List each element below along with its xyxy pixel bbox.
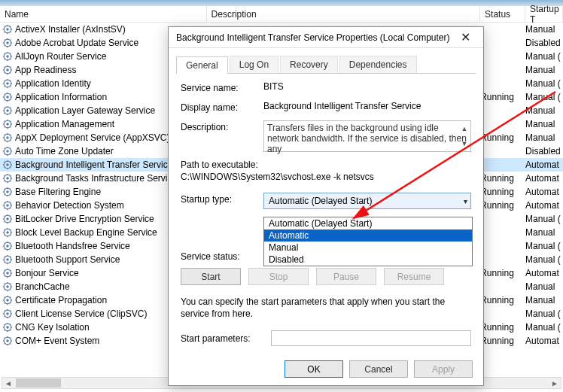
start-params-input[interactable] [271, 330, 471, 346]
header-name[interactable]: Name [0, 6, 207, 22]
header-startup[interactable]: Startup T [525, 6, 563, 22]
gear-icon [2, 105, 13, 117]
svg-point-101 [6, 163, 9, 166]
properties-dialog: Background Intelligent Transfer Service … [168, 26, 484, 386]
gear-icon [2, 92, 13, 103]
header-description[interactable]: Description [207, 6, 480, 22]
svg-point-11 [6, 41, 9, 44]
apply-button: Apply [414, 360, 473, 378]
gear-icon [2, 336, 13, 347]
startup-option[interactable]: Disabled [264, 254, 472, 266]
gear-icon [2, 24, 13, 35]
service-status: Running [480, 336, 525, 346]
tab-recovery[interactable]: Recovery [280, 56, 338, 73]
header-status[interactable]: Status [480, 6, 525, 22]
path-value: C:\WINDOWS\System32\svchost.exe -k netsv… [181, 172, 471, 182]
startup-type-select[interactable]: Automatic (Delayed Start) ▾ [263, 193, 471, 209]
gear-icon [2, 254, 13, 266]
svg-point-231 [6, 339, 9, 342]
gear-icon [2, 322, 13, 333]
gear-icon [2, 38, 13, 49]
svg-point-1 [6, 28, 9, 31]
gear-icon [2, 187, 13, 198]
cancel-button[interactable]: Cancel [349, 360, 408, 378]
start-button[interactable]: Start [181, 268, 241, 285]
svg-point-171 [6, 258, 9, 261]
startup-option[interactable]: Automatic (Delayed Start) [264, 217, 472, 229]
gear-icon [2, 281, 13, 293]
service-startup-type: Automat [525, 200, 563, 211]
service-startup-type: Manual ( [525, 214, 563, 224]
service-status-label: Service status: [181, 251, 263, 262]
gear-icon [2, 295, 13, 306]
service-startup-type: Manual ( [525, 78, 563, 89]
startup-type-label: Startup type: [181, 193, 263, 205]
tab-dependencies[interactable]: Dependencies [339, 56, 417, 73]
gear-icon [2, 227, 13, 239]
service-status: Running [480, 132, 525, 143]
service-status: Running [480, 187, 525, 197]
start-params-label: Start parameters: [181, 333, 271, 344]
service-status: Running [480, 268, 525, 278]
start-params-note: You can specify the start parameters tha… [181, 296, 471, 320]
svg-point-181 [6, 272, 9, 275]
gear-icon [2, 132, 13, 144]
service-status: Running [480, 92, 525, 102]
service-startup-type: Automat [525, 336, 563, 346]
service-startup-type: Manual [525, 119, 563, 129]
description-label: Description: [181, 120, 263, 132]
pause-button: Pause [316, 268, 376, 285]
gear-icon [2, 51, 13, 62]
service-startup-type: Automat [525, 173, 563, 184]
svg-point-221 [6, 326, 9, 329]
tab-log-on[interactable]: Log On [230, 56, 278, 73]
gear-icon [2, 268, 13, 279]
service-name-label: Service name: [181, 81, 263, 93]
service-startup-type: Disabled [525, 38, 563, 48]
chevron-down-icon: ▾ [464, 197, 467, 205]
close-icon[interactable]: ✕ [450, 30, 480, 44]
stop-button: Stop [248, 268, 309, 285]
resume-button: Resume [384, 268, 444, 285]
svg-point-71 [6, 123, 9, 126]
svg-point-81 [6, 136, 9, 139]
gear-icon [2, 173, 13, 184]
svg-point-51 [6, 96, 9, 99]
gear-icon [2, 308, 13, 320]
service-startup-type: Automat [525, 187, 563, 197]
scroll-down-icon[interactable]: ▼ [458, 136, 470, 151]
service-status: Running [480, 200, 525, 211]
service-startup-type: Manual ( [525, 254, 563, 265]
service-startup-type: Manual [525, 227, 563, 238]
startup-option[interactable]: Manual [264, 242, 472, 254]
service-startup-type: Automat [525, 268, 563, 278]
display-name-value: Background Intelligent Transfer Service [263, 101, 471, 111]
display-name-label: Display name: [181, 101, 263, 113]
svg-point-111 [6, 177, 9, 180]
service-startup-type: Manual [525, 105, 563, 116]
startup-type-dropdown[interactable]: Automatic (Delayed Start)AutomaticManual… [263, 217, 473, 266]
scroll-up-icon[interactable]: ▲ [458, 121, 470, 136]
path-label: Path to executable: [181, 160, 471, 170]
service-status: Running [480, 173, 525, 184]
svg-point-31 [6, 68, 9, 71]
svg-point-131 [6, 204, 9, 207]
svg-point-121 [6, 190, 9, 193]
service-startup-type: Manual [525, 295, 563, 305]
service-startup-type: Manual ( [525, 51, 563, 62]
gear-icon [2, 160, 13, 171]
service-startup-type: Manual [525, 65, 563, 75]
service-startup-type: Disabled [525, 146, 563, 156]
startup-option[interactable]: Automatic [264, 229, 472, 242]
service-startup-type: Manual [525, 281, 563, 292]
description-box[interactable]: Transfers files in the background using … [263, 120, 471, 152]
service-startup-type: Manual ( [525, 322, 563, 333]
ok-button[interactable]: OK [285, 360, 343, 378]
svg-point-191 [6, 285, 9, 288]
service-startup-type: Manual ( [525, 308, 563, 319]
tab-strip: GeneralLog OnRecoveryDependencies [176, 56, 476, 74]
svg-point-21 [6, 55, 9, 58]
tab-general[interactable]: General [176, 56, 228, 74]
service-status: Running [480, 322, 525, 333]
gear-icon [2, 119, 13, 130]
